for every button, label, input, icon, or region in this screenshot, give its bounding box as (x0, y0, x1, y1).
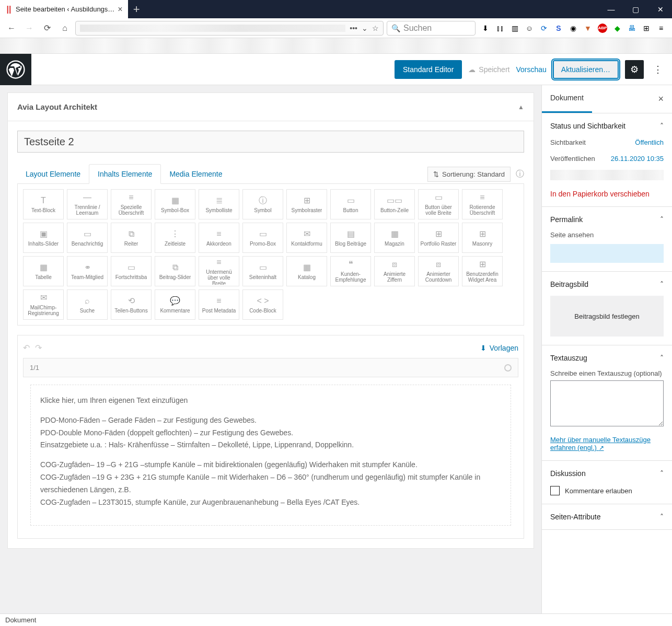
update-button[interactable]: Aktualisieren… (553, 60, 619, 79)
nav-reload-button[interactable]: ⟳ (40, 21, 54, 36)
element-tile[interactable]: ≡Rotierende Überschrift (462, 189, 503, 219)
sb-permalink-header[interactable]: Permalink ˄ (550, 215, 664, 224)
ext1-icon[interactable]: ☺ (525, 24, 534, 33)
nav-home-button[interactable]: ⌂ (57, 21, 72, 36)
element-tile[interactable]: ✉Kontaktformu (286, 223, 327, 253)
window-minimize-button[interactable]: — (599, 0, 623, 18)
element-tile[interactable]: ⧉Reiter (111, 223, 152, 253)
element-tile[interactable]: 💬Kommentare (155, 289, 195, 320)
url-bar[interactable]: ••• ⌄ ☆ (75, 21, 384, 36)
sb-featured-header[interactable]: Beitragsbild ˄ (550, 280, 664, 288)
element-tile[interactable]: ⧉Beitrag-Slider (155, 256, 195, 286)
nav-back-button[interactable]: ← (4, 21, 19, 36)
excerpt-textarea[interactable] (550, 380, 664, 426)
sort-dropdown[interactable]: ⇅ Sortierung: Standard (427, 167, 511, 182)
ext5-icon[interactable]: ◆ (612, 24, 622, 33)
element-tile[interactable]: ▭Seiteninhalt (242, 256, 283, 286)
element-tile[interactable]: ✉MailChimp-Registrierung (23, 289, 64, 320)
element-tile[interactable]: ▦Magazin (374, 223, 415, 253)
element-tile[interactable]: ▭▭Button-Zeile (374, 189, 415, 219)
allow-comments-checkbox[interactable]: Kommentare erlauben (550, 486, 664, 495)
browser-tab[interactable]: || Seite bearbeiten ‹ Ausbildungs… × (0, 0, 128, 18)
publish-value[interactable]: 26.11.2020 10:35 (611, 155, 664, 163)
window-close-button[interactable]: ✕ (648, 0, 672, 18)
ext-s-icon[interactable]: S (554, 24, 563, 33)
trash-button[interactable]: In den Papierkorb verschieben (550, 190, 664, 198)
element-tile[interactable]: ⧇Animierte Ziffern (374, 256, 415, 286)
permalink-url[interactable] (550, 244, 664, 263)
element-tile[interactable]: < >Code-Block (242, 289, 283, 320)
ext3-icon[interactable]: ◉ (569, 24, 578, 33)
element-tile[interactable]: ▦Tabelle (23, 256, 64, 286)
section-handle-icon[interactable] (504, 364, 512, 372)
excerpt-help-link[interactable]: Mehr über manuelle Textauszüge erfahren … (550, 436, 664, 451)
element-tile[interactable]: ⓘSymbol (242, 189, 283, 219)
redo-button[interactable]: ↷ (35, 343, 42, 353)
more-menu-button[interactable]: ⋮ (650, 64, 666, 75)
element-tile[interactable]: ≡Akkordeon (199, 223, 239, 253)
element-tile[interactable]: ⊞Symbolraster (286, 189, 327, 219)
element-tile[interactable]: ▤Blog Beiträge (330, 223, 371, 253)
standard-editor-button[interactable]: Standard Editor (395, 60, 462, 79)
window-maximize-button[interactable]: ▢ (624, 0, 647, 18)
sidebar-close-button[interactable]: × (650, 85, 672, 113)
settings-button[interactable]: ⚙ (625, 60, 644, 79)
element-tile[interactable]: TText-Block (23, 189, 64, 219)
tab-media-elements[interactable]: Media Elemente (161, 165, 230, 183)
visibility-value[interactable]: Öffentlich (635, 138, 664, 146)
element-tile[interactable]: ▣Inhalts-Slider (23, 223, 64, 253)
element-tile[interactable]: ▭Button (330, 189, 371, 219)
sb-attributes-header[interactable]: Seiten-Attribute ˄ (550, 513, 664, 521)
ext2-icon[interactable]: ⟳ (539, 24, 549, 33)
section-row[interactable]: 1/1 (23, 358, 518, 377)
element-tile[interactable]: ❝Kunden-Empfehlunge (330, 256, 371, 286)
element-tile[interactable]: ⊞Masonry (462, 223, 503, 253)
ext7-icon[interactable]: ⊞ (642, 24, 651, 33)
sidebar-tab-document[interactable]: Dokument (542, 85, 592, 113)
element-tile[interactable]: ▭Fortschrittsba (111, 256, 152, 286)
reader-icon[interactable]: ••• (350, 24, 357, 32)
ext4-icon[interactable]: ▼ (583, 24, 593, 33)
adblock-icon[interactable]: ABP (598, 24, 607, 33)
browser-search[interactable]: 🔍 Suchen (387, 21, 476, 36)
templates-button[interactable]: ⬇ Vorlagen (480, 344, 518, 352)
element-tile[interactable]: ⊞Portfolio Raster (418, 223, 459, 253)
page-title-input[interactable] (17, 131, 524, 153)
hamburger-icon[interactable]: ≡ (656, 24, 666, 33)
undo-button[interactable]: ↶ (23, 343, 30, 353)
library-icon[interactable]: ⫿⫿ (495, 24, 505, 33)
download-icon[interactable]: ⬇ (481, 24, 490, 33)
collapse-icon[interactable]: ▲ (518, 103, 524, 111)
element-tile[interactable]: ⟲Teilen-Buttons (111, 289, 152, 320)
wordpress-logo[interactable] (0, 54, 31, 85)
element-tile[interactable]: —Trennlinie / Leerraum (67, 189, 108, 219)
element-tile[interactable]: ≡Spezielle Überschrift (111, 189, 152, 219)
ext6-icon[interactable]: 🖶 (627, 24, 636, 33)
tab-content-elements[interactable]: Inhalts Elemente (89, 164, 161, 184)
bookmark-icon[interactable]: ☆ (372, 24, 379, 32)
info-icon[interactable]: ⓘ (516, 169, 524, 180)
element-tile[interactable]: ≣Symbolliste (199, 189, 239, 219)
element-tile[interactable]: ▭Button über volle Breite (418, 189, 459, 219)
element-tile[interactable]: ▦Symbol-Box (155, 189, 195, 219)
nav-forward-button[interactable]: → (22, 21, 37, 36)
element-tile[interactable]: ⊞Benutzerdefin Widget Area (462, 256, 503, 286)
tab-layout-elements[interactable]: Layout Elemente (17, 165, 89, 183)
preview-button[interactable]: Vorschau (516, 65, 546, 74)
element-tile[interactable]: ⋮Zeitleiste (155, 223, 195, 253)
element-tile[interactable]: ⚭Team-Mitglied (67, 256, 108, 286)
new-tab-button[interactable]: + (128, 3, 145, 16)
tab-close-icon[interactable]: × (118, 5, 122, 14)
set-featured-image-button[interactable]: Beitragsbild festlegen (550, 296, 664, 337)
element-tile[interactable]: ▭Promo-Box (242, 223, 283, 253)
avia-panel-header[interactable]: Avia Layout Architekt ▲ (8, 93, 534, 121)
element-tile[interactable]: ⧇Animierter Countdown (418, 256, 459, 286)
sb-discussion-header[interactable]: Diskussion ˄ (550, 469, 664, 478)
element-tile[interactable]: ▦Katalog (286, 256, 327, 286)
text-block-content[interactable]: Klicke hier, um Ihren eigenen Text einzu… (30, 385, 511, 526)
sb-excerpt-header[interactable]: Textauszug ˄ (550, 354, 664, 362)
element-tile[interactable]: ⌕Suche (67, 289, 108, 320)
sb-status-header[interactable]: Status und Sichtbarkeit ˄ (550, 122, 664, 130)
pocket-icon[interactable]: ⌄ (362, 24, 368, 32)
sidebar-icon[interactable]: ▥ (510, 24, 519, 33)
